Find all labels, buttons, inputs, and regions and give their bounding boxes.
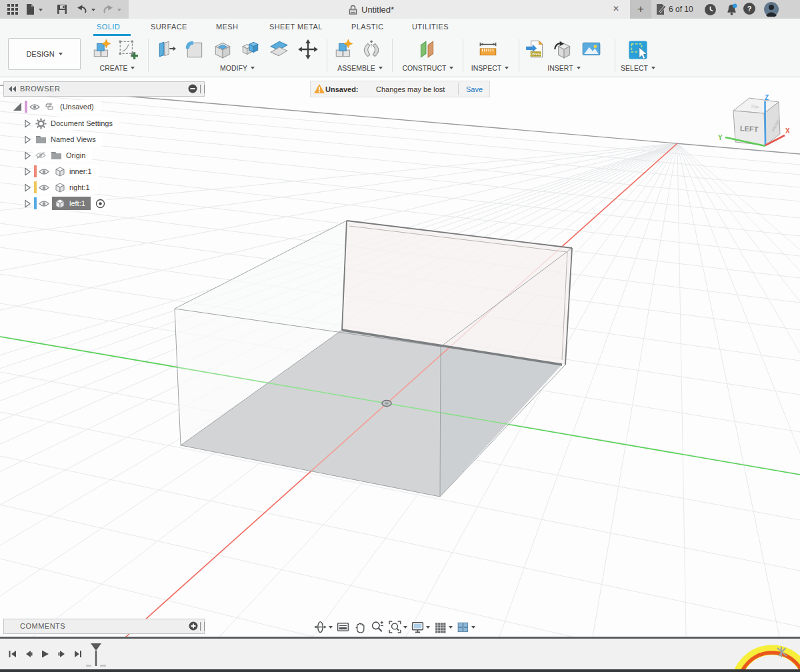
viewcube[interactable]: LEFT FRONT TOP Z Y X xyxy=(718,94,790,146)
tab-solid[interactable]: SOLID xyxy=(97,23,120,31)
assemble-group[interactable]: ASSEMBLE xyxy=(330,63,390,73)
activate-component-icon[interactable] xyxy=(95,198,106,209)
tab-surface[interactable]: SURFACE xyxy=(151,23,187,31)
visibility-eye-icon[interactable] xyxy=(39,168,49,175)
select-icon[interactable] xyxy=(627,39,649,61)
expand-arrow-icon[interactable] xyxy=(24,183,31,192)
save-icon[interactable] xyxy=(56,3,68,15)
expanded-arrow-icon[interactable] xyxy=(12,102,22,112)
grid-caret[interactable] xyxy=(449,626,453,629)
create-group[interactable]: CREATE xyxy=(91,63,144,73)
fillet-icon[interactable] xyxy=(184,39,205,60)
add-comment-icon[interactable] xyxy=(189,621,198,631)
close-tab-icon[interactable]: ✕ xyxy=(613,4,619,13)
zoom-tool[interactable] xyxy=(371,620,385,634)
inspect-group[interactable]: INSPECT xyxy=(463,63,517,73)
redo-icon[interactable] xyxy=(102,3,114,15)
undo-icon[interactable] xyxy=(76,3,88,15)
pan-tool[interactable] xyxy=(353,620,367,634)
offset-face-icon[interactable] xyxy=(268,39,289,60)
browser-row-document-settings[interactable]: Document Settings xyxy=(24,117,119,130)
panel-drag-grip[interactable] xyxy=(200,622,205,631)
grid-settings-tool[interactable] xyxy=(433,620,453,634)
trial-document-icon[interactable] xyxy=(655,3,667,15)
browser-panel-header[interactable]: BROWSER xyxy=(3,81,205,97)
timeline-skip-start-button[interactable] xyxy=(7,649,19,659)
modify-group[interactable]: MODIFY xyxy=(211,63,264,73)
browser-row-right[interactable]: right:1 xyxy=(24,181,97,194)
document-tab[interactable]: Untitled* ✕ xyxy=(129,0,630,19)
title-bar: Untitled* ✕ + 6 of 10 ? xyxy=(0,0,800,19)
move-icon[interactable] xyxy=(297,39,319,60)
display-settings-tool[interactable] xyxy=(411,620,430,634)
expand-arrow-icon[interactable] xyxy=(24,135,31,144)
timeline-skip-end-button[interactable] xyxy=(72,649,84,659)
save-button[interactable]: Save xyxy=(466,85,483,93)
canvas-icon[interactable] xyxy=(581,39,602,60)
browser-row-inner[interactable]: inner:1 xyxy=(24,165,99,178)
comments-panel-header[interactable]: COMMENTS xyxy=(3,619,205,634)
collapse-tree-icon[interactable] xyxy=(188,84,197,93)
expand-arrow-icon[interactable] xyxy=(24,199,31,208)
browser-row-left-selected[interactable]: left:1 xyxy=(24,197,106,210)
timeline-play-button[interactable] xyxy=(39,649,51,659)
tab-plastic[interactable]: PLASTIC xyxy=(351,23,384,31)
timeline-step-back-button[interactable] xyxy=(23,649,35,659)
fit-caret[interactable] xyxy=(403,626,407,629)
redo-caret[interactable] xyxy=(117,9,121,11)
new-component-icon[interactable] xyxy=(333,39,355,60)
select-group[interactable]: SELECT xyxy=(611,63,665,73)
browser-row-origin[interactable]: Origin xyxy=(24,149,92,162)
file-menu-icon[interactable] xyxy=(24,3,36,15)
app-grid-icon[interactable] xyxy=(7,3,19,15)
clock-icon[interactable] xyxy=(704,3,717,16)
tab-sheet-metal[interactable]: SHEET METAL xyxy=(269,23,323,31)
new-tab-button[interactable]: + xyxy=(630,0,651,19)
collapse-panel-icon[interactable] xyxy=(9,86,17,92)
construct-plane-icon[interactable] xyxy=(415,39,439,60)
measure-icon[interactable] xyxy=(476,39,500,60)
insert-group[interactable]: INSERT xyxy=(534,63,594,73)
timeline-playhead[interactable] xyxy=(85,641,107,669)
insert-mesh-icon[interactable] xyxy=(553,39,574,60)
notifications-bell-icon[interactable] xyxy=(725,3,738,16)
visibility-eye-icon[interactable] xyxy=(39,200,49,207)
expand-arrow-icon[interactable] xyxy=(24,119,31,128)
timeline-step-forward-button[interactable] xyxy=(56,649,68,659)
undo-caret[interactable] xyxy=(91,9,95,11)
expand-arrow-icon[interactable] xyxy=(24,151,31,160)
hidden-eye-icon[interactable] xyxy=(35,151,46,159)
origin-marker[interactable] xyxy=(382,401,391,407)
construct-group[interactable]: CONSTRUCT xyxy=(395,63,461,73)
orbit-tool[interactable] xyxy=(313,620,333,634)
tab-mesh[interactable]: MESH xyxy=(216,23,238,31)
visibility-eye-icon[interactable] xyxy=(29,103,40,111)
fit-tool[interactable] xyxy=(388,620,407,634)
joint-icon[interactable] xyxy=(360,39,381,60)
visibility-eye-icon[interactable] xyxy=(39,184,49,191)
construct-label: CONSTRUCT xyxy=(403,64,447,72)
browser-row-named-views[interactable]: Named Views xyxy=(24,133,103,146)
panel-drag-grip[interactable] xyxy=(200,85,205,93)
viewport-canvas[interactable]: LEFT FRONT TOP Z Y X xyxy=(0,77,800,637)
trial-counter[interactable]: 6 of 10 xyxy=(669,5,693,14)
avatar[interactable] xyxy=(764,2,779,17)
tab-utilities[interactable]: UTILITIES xyxy=(412,23,449,31)
viewports-tool[interactable] xyxy=(456,620,475,634)
orbit-caret[interactable] xyxy=(329,626,333,629)
create-sketch-icon[interactable] xyxy=(117,39,139,60)
viewports-caret[interactable] xyxy=(471,626,475,629)
insert-svg-icon[interactable]: SVG xyxy=(525,39,546,60)
shell-icon[interactable] xyxy=(212,39,233,60)
file-menu-caret[interactable] xyxy=(39,9,43,11)
design-workspace-selector[interactable]: DESIGN xyxy=(8,38,81,70)
display-caret[interactable] xyxy=(426,626,430,629)
help-icon[interactable]: ? xyxy=(743,3,755,15)
look-at-tool[interactable] xyxy=(336,620,350,634)
timeline-bar[interactable] xyxy=(0,639,800,672)
expand-arrow-icon[interactable] xyxy=(24,167,31,176)
press-pull-icon[interactable] xyxy=(155,39,177,60)
combine-icon[interactable] xyxy=(240,39,261,60)
browser-row-root[interactable]: (Unsaved) xyxy=(12,100,101,113)
new-body-icon[interactable] xyxy=(91,39,113,60)
